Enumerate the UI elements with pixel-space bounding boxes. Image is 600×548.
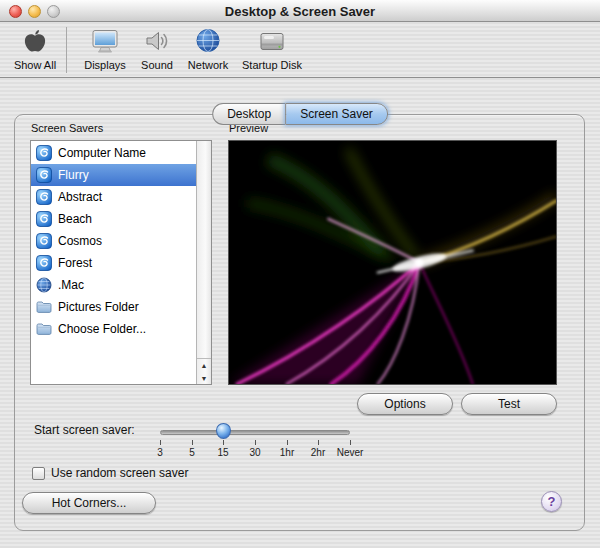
screensaver-label: Flurry xyxy=(58,168,89,182)
tick xyxy=(223,440,224,445)
start-delay-slider-zone: Start screen saver: 3 5 15 30 1hr 2hr Ne… xyxy=(0,420,600,466)
screensaver-item-choose-folder[interactable]: Choose Folder... xyxy=(31,318,196,340)
globe-icon xyxy=(182,26,234,58)
screensaver-item-forest[interactable]: Forest xyxy=(31,252,196,274)
screensaver-label: Cosmos xyxy=(58,234,102,248)
globe-icon xyxy=(36,277,52,293)
random-screensaver-checkbox[interactable] xyxy=(32,467,45,480)
screensaver-list: Computer Name Flurry Abstract Beach Cosm… xyxy=(30,140,212,385)
scroll-up-arrow[interactable]: ▲ xyxy=(197,359,211,372)
toolbar: Show All Displays Sound xyxy=(0,23,600,78)
tick xyxy=(287,440,288,445)
tick-label: 3 xyxy=(143,447,177,458)
display-icon xyxy=(79,26,131,58)
swirl-icon xyxy=(36,211,52,227)
slider-track[interactable] xyxy=(160,430,350,435)
screensaver-label: Computer Name xyxy=(58,146,146,160)
hot-corners-button[interactable]: Hot Corners... xyxy=(22,492,156,514)
screensaver-item-abstract[interactable]: Abstract xyxy=(31,186,196,208)
folder-icon xyxy=(36,299,52,315)
screensaver-label: Beach xyxy=(58,212,92,226)
tab-screen-saver[interactable]: Screen Saver xyxy=(285,103,388,125)
apple-icon xyxy=(8,26,62,58)
screensaver-item-computer-name[interactable]: Computer Name xyxy=(31,142,196,164)
flurry-preview-art xyxy=(229,141,556,384)
list-scrollbar[interactable]: ▲ ▼ xyxy=(196,141,211,384)
screensaver-label: .Mac xyxy=(58,278,84,292)
screensaver-label: Pictures Folder xyxy=(58,300,139,314)
screensaver-label: Abstract xyxy=(58,190,102,204)
swirl-icon xyxy=(36,189,52,205)
toolbar-startup-disk[interactable]: Startup Disk xyxy=(238,26,306,71)
folder-icon xyxy=(36,321,52,337)
tick-label: 30 xyxy=(238,447,272,458)
toolbar-show-all[interactable]: Show All xyxy=(8,26,62,71)
screensaver-item-flurry[interactable]: Flurry xyxy=(31,164,196,186)
random-screensaver-label: Use random screen saver xyxy=(51,466,188,480)
screensaver-preview xyxy=(228,140,557,385)
swirl-icon xyxy=(36,167,52,183)
toolbar-label: Startup Disk xyxy=(238,59,306,71)
tick xyxy=(255,440,256,445)
tick-label: Never xyxy=(333,447,367,458)
desktop-screensaver-window: Desktop & Screen Saver Show All xyxy=(0,0,600,548)
tick xyxy=(318,440,319,445)
tick xyxy=(192,440,193,445)
help-button[interactable]: ? xyxy=(541,491,562,512)
swirl-icon xyxy=(36,255,52,271)
screensaver-item-dotmac[interactable]: .Mac xyxy=(31,274,196,296)
toolbar-sound[interactable]: Sound xyxy=(136,26,178,71)
screensaver-label: Choose Folder... xyxy=(58,322,146,336)
screensaver-label: Forest xyxy=(58,256,92,270)
swirl-icon xyxy=(36,145,52,161)
screensaver-item-pictures-folder[interactable]: Pictures Folder xyxy=(31,296,196,318)
toolbar-displays[interactable]: Displays xyxy=(79,26,131,71)
tick-label: 1hr xyxy=(270,447,304,458)
toolbar-label: Displays xyxy=(79,59,131,71)
tick xyxy=(160,440,161,445)
window-title: Desktop & Screen Saver xyxy=(0,4,600,19)
scroll-down-arrow[interactable]: ▼ xyxy=(197,372,211,385)
tab-desktop[interactable]: Desktop xyxy=(212,103,285,125)
tick xyxy=(350,440,351,445)
toolbar-separator xyxy=(66,27,67,73)
tick-label: 15 xyxy=(206,447,240,458)
slider-label: Start screen saver: xyxy=(34,423,135,437)
slider-thumb[interactable] xyxy=(216,423,231,439)
swirl-icon xyxy=(36,233,52,249)
toolbar-label: Show All xyxy=(8,59,62,71)
screensaver-item-cosmos[interactable]: Cosmos xyxy=(31,230,196,252)
screensavers-label: Screen Savers xyxy=(31,122,103,134)
screensaver-item-beach[interactable]: Beach xyxy=(31,208,196,230)
tab-bar: Desktop Screen Saver xyxy=(212,103,388,125)
tick-label: 5 xyxy=(175,447,209,458)
disk-icon xyxy=(238,26,306,58)
toolbar-network[interactable]: Network xyxy=(182,26,234,71)
scrollbar-arrows: ▲ ▼ xyxy=(197,358,211,384)
toolbar-label: Sound xyxy=(136,59,178,71)
random-screensaver-row: Use random screen saver xyxy=(32,466,188,480)
titlebar: Desktop & Screen Saver xyxy=(0,0,600,22)
toolbar-label: Network xyxy=(182,59,234,71)
speaker-icon xyxy=(136,26,178,58)
test-button[interactable]: Test xyxy=(461,393,557,415)
options-button[interactable]: Options xyxy=(357,393,453,415)
tick-label: 2hr xyxy=(301,447,335,458)
